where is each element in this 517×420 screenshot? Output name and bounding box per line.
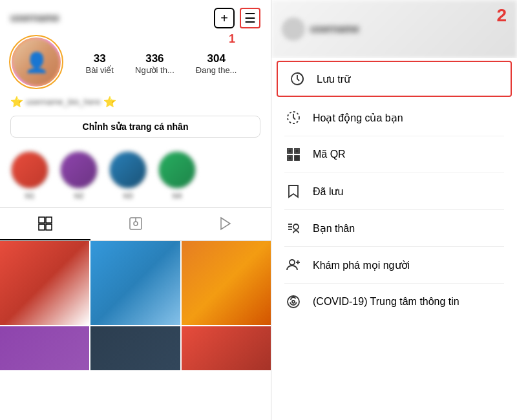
bio-username-text: username_bio_here [26, 97, 101, 107]
highlight-label-3: hl3 [123, 192, 133, 200]
menu-item-luu-tru[interactable]: Lưu trữ [277, 61, 512, 97]
top-icons: + ☰ [214, 8, 260, 28]
highlight-label-2: hl2 [74, 192, 84, 200]
menu-item-kham-pha[interactable]: Khám phá mọi người [271, 247, 517, 283]
star-icon-2: ⭐ [103, 96, 116, 108]
highlight-label-4: hl4 [173, 192, 182, 200]
menu-label-hoat-dong: Hoạt động của bạn [313, 112, 403, 124]
right-top-bar: username [271, 0, 517, 58]
svg-rect-15 [289, 157, 291, 159]
edit-button-area: Chỉnh sửa trang cá nhân [0, 110, 271, 143]
highlight-circle-2 [59, 151, 98, 189]
avatar-area: 👤 [10, 36, 62, 88]
highlight-circle-3 [109, 151, 147, 189]
menu-label-da-luu: Đã lưu [313, 185, 343, 198]
tag-icon [128, 216, 143, 231]
svg-rect-17 [297, 156, 299, 158]
menu-item-ban-than[interactable]: Bạn thân [271, 210, 517, 246]
highlight-item-3[interactable]: hl3 [109, 151, 147, 200]
menu-item-da-luu[interactable]: Đã lưu [271, 173, 517, 209]
hamburger-menu-button[interactable]: ☰ [240, 8, 260, 28]
qr-icon [284, 145, 302, 163]
photo-grid [0, 241, 271, 370]
svg-rect-18 [295, 158, 297, 160]
avatar: 👤 [10, 36, 62, 88]
svg-marker-7 [221, 218, 230, 229]
right-panel: username 2 Lưu trữ [271, 0, 517, 420]
menu-label-kham-pha: Khám phá mọi người [313, 259, 410, 271]
highlight-circle-1 [10, 151, 49, 189]
svg-rect-3 [46, 224, 52, 230]
highlight-label-1: hl1 [25, 192, 35, 200]
tab-grid[interactable] [0, 208, 90, 240]
svg-rect-1 [46, 217, 52, 223]
activity-icon [284, 109, 302, 127]
menu-label-luu-tru: Lưu trữ [317, 73, 350, 85]
top-bar: username + ☰ 1 [0, 0, 271, 36]
reels-icon [218, 216, 233, 231]
svg-rect-16 [295, 156, 297, 158]
annotation-2-label: 2 [496, 5, 507, 26]
photo-cell-2[interactable] [90, 241, 180, 325]
left-panel: username + ☰ 1 👤 33 Bài viết 336 Người t… [0, 0, 271, 420]
svg-point-24 [290, 260, 295, 265]
menu-label-ma-qr: Mã QR [313, 149, 346, 160]
svg-rect-13 [289, 150, 291, 152]
menu-item-covid[interactable]: (COVID-19) Trung tâm thông tin [271, 284, 517, 320]
svg-point-5 [134, 222, 138, 226]
stat-followers: 336 Người th... [135, 52, 174, 75]
menu-label-ban-than: Bạn thân [313, 222, 355, 235]
bookmark-icon [284, 182, 302, 200]
menu-label-covid: (COVID-19) Trung tâm thông tin [313, 296, 459, 308]
annotation-1-label: 1 [229, 32, 235, 46]
menu-list: Lưu trữ Hoạt động của bạn [271, 61, 517, 320]
svg-rect-19 [297, 158, 299, 160]
right-username: username [310, 23, 359, 35]
discover-people-icon [284, 256, 302, 274]
svg-point-28 [292, 300, 295, 303]
stats-row: 33 Bài viết 336 Người th... 304 Đang the… [62, 46, 260, 81]
highlight-item-2[interactable]: hl2 [59, 151, 98, 200]
tab-bar [0, 207, 271, 241]
bio-name: ⭐ username_bio_here ⭐ [0, 93, 271, 110]
photo-cell-6[interactable] [182, 326, 271, 370]
svg-rect-14 [296, 150, 298, 152]
add-post-button[interactable]: + [214, 8, 235, 28]
followers-count: 336 [145, 52, 164, 65]
followers-label: Người th... [135, 65, 174, 75]
stat-following: 304 Đang the... [196, 52, 237, 75]
following-label: Đang the... [196, 65, 237, 75]
highlights-row: hl1 hl2 hl3 hl4 [0, 143, 271, 207]
grid-icon [37, 216, 53, 231]
highlight-item-1[interactable]: hl1 [10, 151, 49, 200]
edit-profile-button[interactable]: Chỉnh sửa trang cá nhân [10, 116, 260, 138]
posts-count: 33 [94, 52, 106, 65]
svg-point-23 [293, 224, 299, 229]
svg-rect-0 [39, 217, 45, 223]
covid-icon [284, 293, 302, 311]
avatar-inner: 👤 [13, 39, 59, 85]
photo-cell-1[interactable] [0, 241, 89, 325]
photo-cell-3[interactable] [182, 241, 271, 325]
highlight-circle-4 [158, 151, 196, 189]
photo-cell-5[interactable] [90, 326, 180, 370]
stat-posts: 33 Bài viết [86, 52, 114, 75]
tab-tagged[interactable] [90, 208, 181, 240]
username-text: username [10, 12, 59, 24]
star-icon: ⭐ [10, 96, 23, 108]
close-friends-icon [284, 219, 302, 237]
following-count: 304 [207, 52, 225, 65]
menu-item-ma-qr[interactable]: Mã QR [271, 136, 517, 173]
username-area: username [10, 12, 59, 24]
photo-cell-4[interactable] [0, 326, 89, 370]
menu-item-hoat-dong[interactable]: Hoạt động của bạn [271, 100, 517, 136]
posts-label: Bài viết [86, 65, 114, 75]
svg-rect-2 [39, 224, 45, 230]
tab-reels[interactable] [180, 208, 271, 240]
archive-icon [288, 70, 306, 88]
highlight-item-4[interactable]: hl4 [158, 151, 196, 200]
